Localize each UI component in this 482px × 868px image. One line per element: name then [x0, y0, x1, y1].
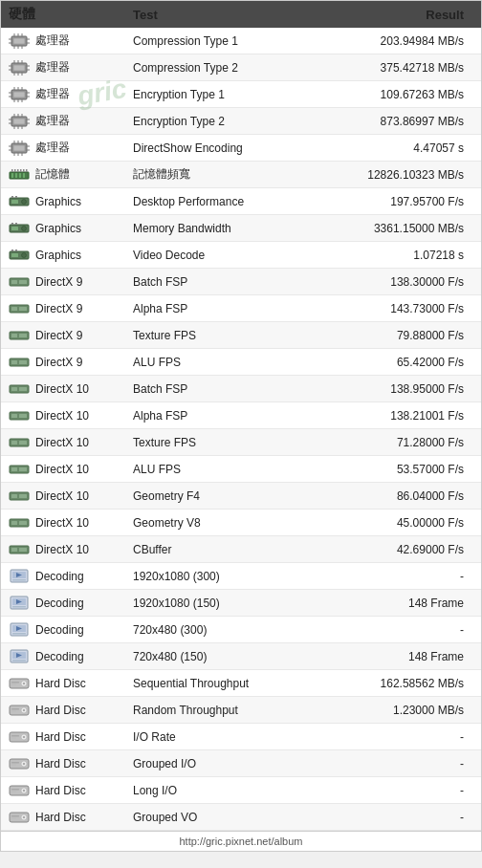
svg-rect-159 — [11, 791, 16, 792]
svg-point-137 — [23, 683, 25, 684]
cell-result: 148 Frame — [320, 650, 473, 663]
hw-icon-dx — [9, 514, 30, 532]
svg-rect-70 — [26, 169, 28, 172]
svg-rect-106 — [19, 441, 27, 445]
svg-rect-25 — [13, 92, 25, 98]
svg-rect-87 — [11, 280, 17, 284]
hw-icon-dx — [9, 407, 30, 424]
cell-result: 65.42000 F/s — [320, 356, 473, 369]
svg-rect-82 — [11, 253, 18, 257]
table-row: 處理器 Compression Type 1 203.94984 MB/s — [1, 28, 481, 54]
hardware-label: DirectX 9 — [35, 356, 82, 369]
hardware-label: Hard Disc — [35, 704, 86, 717]
svg-rect-144 — [11, 710, 16, 711]
table-row: DirectX 9 Texture FPS 79.88000 F/s — [1, 322, 481, 349]
cell-test: CBuffer — [133, 543, 320, 556]
cell-hardware: Hard Disc — [9, 675, 133, 692]
svg-rect-85 — [15, 250, 17, 251]
cell-test: Batch FSP — [133, 382, 320, 396]
hardware-label: Decoding — [35, 570, 84, 583]
svg-rect-105 — [11, 441, 17, 445]
svg-rect-13 — [13, 65, 25, 71]
hw-icon-dx — [9, 354, 30, 371]
table-row: DirectX 9 Alpha FSP 143.73000 F/s — [1, 295, 481, 322]
cell-hardware: DirectX 9 — [9, 354, 133, 371]
svg-rect-62 — [15, 173, 17, 178]
cell-hardware: Hard Disc — [9, 755, 133, 772]
cell-hardware: Hard Disc — [9, 809, 133, 826]
footer-url: http://gric.pixnet.net/album — [1, 831, 481, 851]
cell-hardware: DirectX 10 — [9, 380, 133, 398]
cell-test: Alpha FSP — [133, 409, 320, 423]
cell-test: Compression Type 1 — [133, 34, 320, 48]
hw-icon-hdd — [9, 782, 30, 799]
table-row: Hard Disc I/O Rate - — [1, 724, 481, 750]
hw-icon-decode — [9, 621, 30, 639]
cell-test: ALU FPS — [133, 463, 320, 476]
hw-icon-cpu — [9, 33, 30, 50]
cell-result: 4.47057 s — [320, 141, 473, 155]
hardware-label: Decoding — [35, 650, 84, 663]
svg-rect-68 — [20, 169, 22, 172]
svg-rect-72 — [11, 200, 18, 204]
table-row: Decoding 1920x1080 (150) 148 Frame — [1, 590, 481, 617]
cell-test: 720x480 (150) — [133, 650, 320, 663]
cell-test: Video Decode — [133, 249, 320, 262]
svg-point-73 — [22, 199, 27, 204]
cell-hardware: Hard Disc — [9, 702, 133, 719]
hardware-label: Decoding — [35, 597, 84, 610]
hardware-label: Graphics — [35, 249, 81, 262]
svg-rect-63 — [19, 173, 21, 178]
hw-icon-cpu — [9, 113, 30, 130]
svg-rect-148 — [11, 735, 19, 737]
svg-rect-102 — [11, 414, 17, 418]
hw-icon-dx — [9, 380, 30, 398]
svg-rect-65 — [11, 169, 13, 172]
hardware-label: Graphics — [35, 195, 81, 208]
cell-test: 1920x1080 (300) — [133, 570, 320, 583]
cell-test: Alpha FSP — [133, 302, 320, 315]
hardware-label: Hard Disc — [35, 784, 86, 797]
header-result: Result — [320, 8, 473, 22]
svg-rect-109 — [19, 467, 27, 471]
table-row: 處理器 Compression Type 2 375.42718 MB/s — [1, 54, 481, 81]
svg-rect-67 — [17, 169, 19, 172]
cell-result: - — [320, 757, 473, 770]
table-body: 處理器 Compression Type 1 203.94984 MB/s 處理… — [1, 28, 481, 831]
cell-test: Long I/O — [133, 784, 320, 797]
cell-test: Batch FSP — [133, 275, 320, 289]
table-row: DirectX 10 Alpha FSP 138.21001 F/s — [1, 402, 481, 429]
table-row: DirectX 9 Batch FSP 138.30000 F/s — [1, 269, 481, 295]
table-row: Hard Disc Grouped VO - — [1, 804, 481, 831]
svg-rect-37 — [13, 119, 25, 124]
hardware-label: 處理器 — [35, 33, 70, 49]
hw-icon-gpu — [9, 220, 30, 237]
header-test: Test — [133, 8, 320, 22]
cell-result: - — [320, 570, 473, 583]
hardware-label: Hard Disc — [35, 677, 86, 690]
table-row: Hard Disc Long I/O - — [1, 777, 481, 804]
table-row: DirectX 10 ALU FPS 53.57000 F/s — [1, 456, 481, 483]
svg-rect-1 — [13, 38, 25, 44]
table-row: DirectX 10 Texture FPS 71.28000 F/s — [1, 429, 481, 456]
svg-rect-112 — [19, 494, 27, 498]
svg-rect-139 — [11, 684, 16, 684]
cell-test: Random Throughput — [133, 704, 320, 717]
hardware-label: DirectX 9 — [35, 329, 82, 342]
table-row: Hard Disc Grouped I/O - — [1, 750, 481, 777]
svg-rect-118 — [19, 548, 27, 552]
cell-test: Grouped VO — [133, 811, 320, 824]
cell-hardware: DirectX 9 — [9, 300, 133, 317]
svg-rect-153 — [11, 762, 19, 764]
cell-hardware: DirectX 10 — [9, 434, 133, 451]
svg-point-157 — [23, 790, 25, 792]
hardware-label: DirectX 10 — [35, 489, 89, 503]
hardware-label: DirectX 10 — [35, 516, 89, 530]
table-row: Hard Disc Sequential Throughput 162.5856… — [1, 670, 481, 697]
svg-rect-158 — [11, 789, 19, 791]
hardware-label: 處理器 — [35, 86, 70, 102]
hw-icon-cpu — [9, 86, 30, 103]
cell-result: 162.58562 MB/s — [320, 677, 473, 690]
hardware-label: DirectX 10 — [35, 436, 89, 449]
cell-test: 720x480 (300) — [133, 623, 320, 637]
